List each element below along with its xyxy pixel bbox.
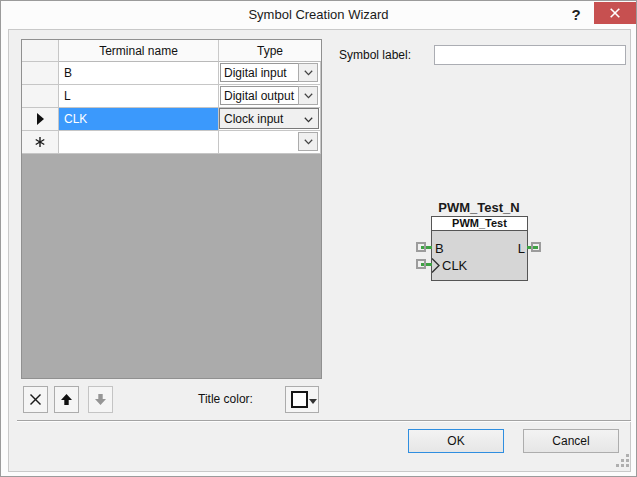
- chevron-down-icon: [304, 70, 313, 76]
- type-combo-dropdown-button[interactable]: [298, 132, 318, 151]
- delete-row-button[interactable]: [23, 386, 48, 413]
- pin-terminal-icon: [416, 242, 426, 252]
- type-combo: Clock input: [219, 108, 321, 131]
- title-color-caption: Title color:: [198, 392, 253, 406]
- clock-input-icon: [432, 258, 441, 273]
- table-row-current: CLK Clock input: [22, 108, 321, 131]
- close-button[interactable]: [594, 2, 636, 24]
- chevron-down-icon: [304, 93, 313, 99]
- terminal-name-cell-selected[interactable]: CLK: [59, 108, 219, 131]
- current-row-arrow-icon: [36, 113, 44, 125]
- preview-symbol-title: PWM_Test: [432, 217, 527, 231]
- move-down-button[interactable]: [88, 386, 113, 413]
- type-combo: Digital input: [219, 62, 321, 85]
- table-row-new: [22, 131, 321, 154]
- new-row-asterisk-icon: [34, 136, 46, 148]
- chevron-down-icon: [304, 139, 313, 145]
- pin-terminal-icon: [531, 242, 541, 252]
- type-combo-dropdown-button[interactable]: [298, 86, 318, 105]
- terminal-name-cell[interactable]: [59, 131, 219, 154]
- ok-button[interactable]: OK: [408, 429, 504, 453]
- terminal-name-cell[interactable]: B: [59, 62, 219, 85]
- type-combo: [219, 131, 321, 154]
- pin-label-b: B: [435, 241, 444, 256]
- terminal-name-cell[interactable]: L: [59, 85, 219, 108]
- symbol-label-caption: Symbol label:: [339, 48, 411, 62]
- resize-grip[interactable]: [616, 454, 630, 468]
- pin-label-clk: CLK: [442, 258, 467, 273]
- title-color-swatch: [291, 391, 308, 408]
- pin-label-l: L: [509, 241, 525, 256]
- delete-x-icon: [29, 393, 42, 406]
- pin-terminal-icon: [416, 259, 426, 269]
- type-combo: Digital output: [219, 85, 321, 108]
- arrow-up-icon: [60, 393, 73, 406]
- arrow-down-icon: [94, 393, 107, 406]
- symbol-label-input[interactable]: [434, 45, 626, 65]
- column-header-terminal-name[interactable]: Terminal name: [59, 40, 219, 62]
- cancel-button[interactable]: Cancel: [523, 429, 619, 453]
- column-header-type[interactable]: Type: [219, 40, 321, 62]
- help-button[interactable]: ?: [567, 4, 585, 24]
- table-row: L Digital output: [22, 85, 321, 108]
- close-icon: [610, 8, 620, 18]
- move-up-button[interactable]: [54, 386, 79, 413]
- window-title: Symbol Creation Wizard: [1, 7, 636, 22]
- type-combo-value[interactable]: Digital input: [220, 63, 299, 82]
- preview-instance-name: PWM_Test_N: [429, 200, 529, 215]
- title-color-button[interactable]: [285, 386, 319, 413]
- row-selector[interactable]: [22, 62, 59, 85]
- row-selector-header[interactable]: [22, 40, 59, 62]
- chevron-down-icon: [304, 117, 313, 123]
- table-header-row: Terminal name Type: [22, 40, 321, 62]
- terminal-table: Terminal name Type B Digital input L Dig…: [21, 39, 322, 379]
- type-combo-dropdown-button[interactable]: [298, 63, 318, 82]
- footer-separator: [17, 420, 631, 422]
- row-selector-new[interactable]: [22, 131, 59, 154]
- row-selector[interactable]: [22, 85, 59, 108]
- titlebar[interactable]: Symbol Creation Wizard ?: [1, 1, 636, 29]
- table-row: B Digital input: [22, 62, 321, 85]
- row-selector-current[interactable]: [22, 108, 59, 131]
- symbol-creation-wizard-window: Symbol Creation Wizard ? Terminal name T…: [0, 0, 637, 477]
- dropdown-arrow-icon: [309, 399, 317, 404]
- type-combo-value[interactable]: Digital output: [220, 86, 299, 105]
